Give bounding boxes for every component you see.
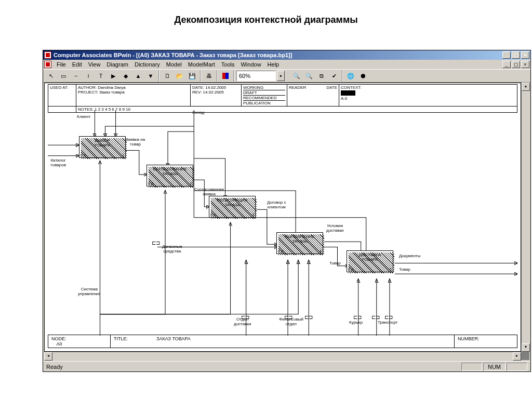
project-value: Заказ товара	[99, 90, 125, 95]
footer-info-block: NODE: A0 TITLE: ЗАКАЗ ТОВАРА NUMBER:	[48, 335, 517, 348]
menu-tools[interactable]: Tools	[218, 61, 238, 68]
menu-view[interactable]: View	[85, 61, 104, 68]
modelmart-icon[interactable]: 🌐	[345, 70, 356, 82]
title-label: TITLE:	[114, 336, 128, 341]
label-dogovor: Договор с клиентом	[267, 200, 286, 209]
label-zayavka: Заявка на товар	[126, 137, 145, 147]
activity-5[interactable]: ДОСТАВКА ТОВАРА 0 р. 5	[347, 250, 393, 272]
tunnel-1: ⊏⊐	[152, 240, 160, 246]
label-sistema: Система управления	[78, 287, 101, 296]
menu-edit[interactable]: Edit	[69, 61, 85, 68]
zoom-combo[interactable]: 60%	[236, 71, 276, 81]
child-up-icon[interactable]: ▲	[132, 70, 144, 82]
activity-3-number: 3	[252, 213, 254, 217]
doc-icon[interactable]	[44, 61, 51, 68]
open-icon[interactable]: 📂	[174, 70, 185, 82]
date-value: 14.02.2005	[205, 85, 226, 90]
scroll-down-icon[interactable]: ▾	[522, 343, 530, 352]
save-icon[interactable]: 💾	[187, 70, 198, 82]
modelmart2-icon[interactable]: ⬢	[357, 70, 369, 82]
arrow-tool-icon[interactable]: →	[70, 70, 82, 82]
zoom-out-icon[interactable]: 🔍	[303, 70, 315, 82]
title-value: ЗАКАЗ ТОВАРА	[156, 336, 191, 341]
tunnel-5: ⊏⊐	[353, 314, 362, 320]
activity-2[interactable]: СОГЛАСОВАНИЕ ЗАКАЗА 0 р. 2	[147, 165, 193, 187]
label-katalog: Каталог товаров	[46, 158, 71, 167]
page-title: Декомпозиция контекстной диаграммы	[0, 0, 532, 35]
activity-1-number: 1	[122, 153, 124, 157]
rev-label: REV:	[192, 90, 202, 95]
activity-1-cost: 0 р.	[81, 153, 87, 157]
node-label: NODE:	[51, 336, 66, 341]
mdi-close-button[interactable]: ×	[521, 61, 529, 68]
child-down-icon[interactable]: ▼	[145, 70, 156, 82]
mdi-maximize-button[interactable]: ▢	[512, 61, 520, 68]
publication-label: PUBLICATION	[243, 101, 285, 105]
diagram-paper[interactable]: USED AT: AUTHOR: Dandina Darya PROJECT: …	[44, 83, 521, 352]
activity-3[interactable]: РЕГИСТРАЦИЯ ЗАКАЗА 0 р. 3	[209, 196, 256, 218]
reader-label: READER	[289, 85, 306, 90]
header-info-block: USED AT: AUTHOR: Dandina Darya PROJECT: …	[48, 84, 517, 113]
rev-value: 14.02.2005	[203, 90, 224, 95]
menu-diagram[interactable]: Diagram	[103, 61, 131, 68]
activity-tool-icon[interactable]: ▭	[58, 70, 69, 82]
pointer-tool-icon[interactable]: ↖	[45, 70, 57, 82]
reports-icon[interactable]	[220, 70, 231, 82]
zoom-dropdown-icon[interactable]: ▼	[277, 71, 285, 81]
label-klient: Клиент	[77, 114, 90, 119]
scroll-left-icon[interactable]: ◂	[44, 352, 52, 361]
menu-dictionary[interactable]: Dictionary	[131, 61, 163, 68]
date2-label: DATE	[326, 85, 337, 90]
squiggle-tool-icon[interactable]: ≀	[83, 70, 94, 82]
activity-1[interactable]: ВЫБОР ТОВАРА 0 р. 1	[79, 136, 126, 158]
menu-file[interactable]: File	[54, 61, 69, 68]
activity-3-cost: 0 р.	[210, 213, 217, 217]
label-soglas: Согласованная заявка	[194, 187, 224, 196]
menu-window[interactable]: Window	[237, 61, 264, 68]
tunnel-6: ⊏⊐	[371, 314, 380, 320]
print-icon[interactable]: 🖶	[203, 70, 215, 82]
tunnel-3: ⊏⊐	[284, 314, 292, 320]
recommended-label: RECOMMENDED	[243, 96, 285, 101]
activity-4[interactable]: ВЫПОЛНЕНИЕ ЗАКАЗА 0 р. 4	[276, 232, 323, 254]
used-at-label: USED AT:	[48, 85, 76, 106]
working-label: WORKING	[243, 85, 285, 90]
label-dokumenty: Документы	[399, 254, 420, 258]
activity-5-cost: 0 р.	[348, 268, 354, 271]
model-explorer-icon[interactable]: ⧉	[316, 70, 327, 82]
context-node: A-0	[341, 96, 347, 101]
close-button[interactable]: ×	[521, 51, 529, 59]
decompose-tool-icon[interactable]: ▶	[108, 70, 119, 82]
spellcheck-icon[interactable]: ✔	[328, 70, 340, 82]
label-denezh: Денежные средства	[162, 244, 182, 254]
tunnel-7: ⊏⊐	[384, 314, 393, 320]
text-tool-icon[interactable]: T	[95, 70, 107, 82]
scroll-up-icon[interactable]: ▴	[522, 83, 530, 91]
zoom-in-icon[interactable]: 🔍	[291, 70, 302, 82]
menu-model[interactable]: Model	[163, 61, 185, 68]
menu-modelmart[interactable]: ModelMart	[185, 61, 218, 68]
minimize-button[interactable]: _	[502, 51, 511, 59]
activity-2-name: СОГЛАСОВАНИЕ ЗАКАЗА	[147, 165, 193, 176]
project-label: PROJECT:	[78, 90, 98, 95]
author-label: AUTHOR:	[78, 85, 97, 90]
titlebar: Computer Associates BPwin - [(A0) ЗАКАЗ …	[43, 50, 530, 60]
scroll-right-icon[interactable]: ▸	[513, 352, 521, 361]
activity-5-name: ДОСТАВКА ТОВАРА	[347, 251, 393, 262]
mdi-minimize-button[interactable]: _	[502, 61, 511, 68]
node-value: A0	[57, 341, 62, 347]
status-num: NUM	[483, 363, 506, 371]
new-icon[interactable]: 🗋	[162, 70, 173, 82]
horizontal-scrollbar[interactable]: ◂ ▸	[44, 352, 521, 360]
activity-4-name: ВЫПОЛНЕНИЕ ЗАКАЗА	[277, 233, 323, 244]
activity-4-cost: 0 р.	[278, 249, 284, 253]
activity-3-name: РЕГИСТРАЦИЯ ЗАКАЗА	[209, 196, 255, 207]
maximize-button[interactable]: ▢	[512, 51, 520, 59]
menu-help[interactable]: Help	[264, 61, 283, 68]
label-usloviya: Условия доставки	[326, 223, 343, 233]
author-value: Dandina Darya	[98, 85, 125, 90]
label-transport: Транспорт	[378, 320, 397, 325]
parent-tool-icon[interactable]: ◆	[120, 70, 131, 82]
activity-5-number: 5	[390, 268, 392, 271]
vertical-scrollbar[interactable]: ▴ ▾	[521, 83, 529, 352]
